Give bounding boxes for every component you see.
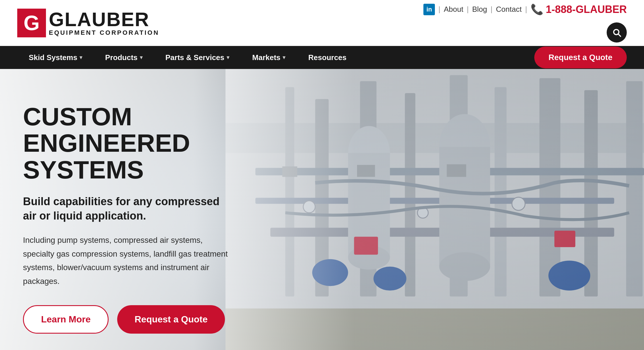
logo-subtitle: EQUIPMENT CORPORATION [49,29,159,36]
header-right: in | About | Blog | Contact | 📞 1-888-GL… [423,3,627,43]
logo[interactable]: G EC GLAUBER EQUIPMENT CORPORATION [17,9,159,37]
hero-description: Including pump systems, compressed air s… [23,233,236,288]
hero-subtitle: Build capabilities for any compressed ai… [23,195,236,223]
chevron-down-icon: ▾ [283,54,285,61]
logo-text: GLAUBER EQUIPMENT CORPORATION [49,9,159,36]
chevron-down-icon: ▾ [80,54,82,61]
site-header: G EC GLAUBER EQUIPMENT CORPORATION in | … [0,0,644,46]
nav-products-label: Products [105,53,138,62]
logo-glauber: GLAUBER [49,9,159,29]
nav-resources[interactable]: Resources [297,46,358,69]
logo-ec-text: EC [36,29,43,34]
request-quote-nav-button[interactable]: Request a Quote [534,47,627,68]
nav-markets[interactable]: Markets ▾ [241,46,297,69]
contact-link[interactable]: Contact [496,5,522,14]
phone-brand: GLAUBER [576,3,627,15]
phone-number: 1-888-GLAUBER [546,3,627,16]
request-quote-hero-button[interactable]: Request a Quote [117,305,225,334]
phone-area: 📞 1-888-GLAUBER [531,3,627,16]
about-link[interactable]: About [444,5,463,14]
logo-g-box: G EC [17,9,46,37]
hero-section: CUSTOM ENGINEERED SYSTEMS Build capabili… [0,69,644,350]
phone-prefix: 1-888- [546,3,576,15]
nav-parts-services[interactable]: Parts & Services ▾ [154,46,241,69]
nav-skid-systems[interactable]: Skid Systems ▾ [17,46,94,69]
hero-title: CUSTOM ENGINEERED SYSTEMS [23,103,236,183]
chevron-down-icon: ▾ [227,54,229,61]
hero-buttons: Learn More Request a Quote [23,305,236,334]
blog-link[interactable]: Blog [472,5,487,14]
separator-3: | [491,5,493,14]
main-nav: Skid Systems ▾ Products ▾ Parts & Servic… [0,46,644,69]
logo-area: G EC GLAUBER EQUIPMENT CORPORATION [17,9,159,37]
nav-items: Skid Systems ▾ Products ▾ Parts & Servic… [17,46,534,69]
separator-4: | [525,5,527,14]
linkedin-icon[interactable]: in [423,4,435,15]
hero-content: CUSTOM ENGINEERED SYSTEMS Build capabili… [0,69,259,350]
learn-more-button[interactable]: Learn More [23,305,109,334]
search-button[interactable] [607,22,627,43]
separator-1: | [438,5,440,14]
phone-icon: 📞 [531,3,543,16]
nav-resources-label: Resources [308,53,346,62]
top-links: in | About | Blog | Contact | 📞 1-888-GL… [423,3,627,16]
separator-2: | [467,5,469,14]
chevron-down-icon: ▾ [140,54,142,61]
nav-markets-label: Markets [252,53,280,62]
nav-parts-services-label: Parts & Services [165,53,224,62]
nav-skid-systems-label: Skid Systems [29,53,77,62]
search-icon [612,27,622,38]
nav-products[interactable]: Products ▾ [94,46,154,69]
